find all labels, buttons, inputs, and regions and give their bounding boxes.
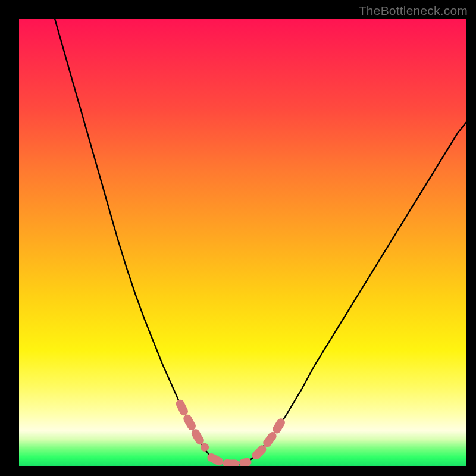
bottleneck-curve — [55, 19, 466, 464]
watermark-text: TheBottleneck.com — [359, 4, 468, 18]
curve-layer — [19, 19, 466, 466]
plot-area — [19, 19, 466, 466]
chart-frame: TheBottleneck.com — [0, 0, 476, 476]
valley-highlight — [211, 458, 247, 464]
left-lower-highlight — [180, 404, 205, 447]
right-lower-highlight — [256, 422, 281, 455]
